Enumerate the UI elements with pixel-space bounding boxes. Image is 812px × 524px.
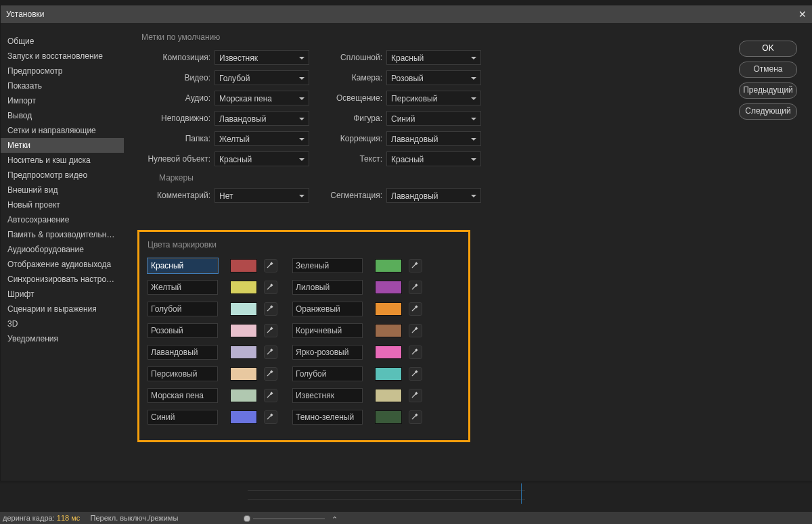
color-name-input[interactable]: Синий — [148, 410, 218, 425]
eyedropper-icon[interactable] — [264, 259, 277, 272]
eyedropper-icon[interactable] — [264, 346, 277, 359]
sidebar-item[interactable]: Память & производительность — [1, 227, 124, 242]
sidebar-item[interactable]: Сценарии и выражения — [1, 302, 124, 316]
prev-button[interactable]: Предыдущий — [739, 82, 797, 99]
eyedropper-icon[interactable] — [409, 346, 422, 359]
sidebar-item[interactable]: Запуск и восстановление — [1, 49, 124, 64]
sidebar-item[interactable]: Метки — [1, 138, 124, 153]
color-swatch[interactable] — [230, 259, 257, 272]
color-name-input[interactable]: Темно-зеленый — [292, 410, 363, 425]
eyedropper-icon[interactable] — [264, 389, 277, 402]
sidebar-item[interactable]: 3D — [1, 316, 124, 331]
eyedropper-icon[interactable] — [409, 302, 422, 316]
color-swatch[interactable] — [375, 259, 402, 272]
color-name-input[interactable]: Персиковый — [148, 366, 218, 381]
sidebar-item[interactable]: Импорт — [1, 93, 124, 108]
color-dropdown[interactable]: Персиковый — [386, 91, 481, 105]
toggle-switches-label[interactable]: Перекл. выключ./режимы — [91, 514, 179, 522]
color-swatch[interactable] — [230, 324, 257, 337]
color-name-input[interactable]: Морская пена — [148, 388, 218, 403]
color-dropdown[interactable]: Известняк — [215, 50, 309, 65]
close-icon[interactable]: ✕ — [798, 5, 807, 23]
eyedropper-icon[interactable] — [264, 410, 277, 424]
sidebar-item[interactable]: Автосохранение — [1, 212, 124, 227]
sidebar-item[interactable]: Отображение аудиовыхода — [1, 257, 124, 272]
color-swatch[interactable] — [230, 389, 257, 402]
timeline-strip[interactable] — [248, 490, 525, 500]
sidebar-item[interactable]: Сетки и направляющие — [1, 123, 124, 138]
color-name-input[interactable]: Известняк — [292, 388, 363, 403]
eyedropper-icon[interactable] — [264, 302, 277, 316]
color-dropdown[interactable]: Лавандовый — [215, 111, 309, 126]
color-dropdown[interactable]: Красный — [215, 151, 309, 166]
eyedropper-icon[interactable] — [409, 410, 422, 424]
chevron-icon[interactable]: ⌃ — [332, 513, 338, 524]
color-dropdown[interactable]: Лавандовый — [386, 131, 481, 146]
cancel-button[interactable]: Отмена — [739, 62, 797, 78]
color-name-input[interactable]: Лавандовый — [148, 345, 218, 360]
color-swatch[interactable] — [375, 367, 402, 381]
sidebar-item[interactable]: Вывод — [1, 108, 124, 123]
color-swatch[interactable] — [375, 410, 402, 424]
color-swatch[interactable] — [230, 346, 257, 359]
eyedropper-icon[interactable] — [264, 367, 277, 381]
sidebar-item[interactable]: Новый проект — [1, 197, 124, 212]
color-name-input[interactable]: Оранжевый — [292, 302, 363, 316]
zoom-slider[interactable] — [244, 515, 325, 522]
color-swatch[interactable] — [230, 367, 257, 381]
color-dropdown[interactable]: Голубой — [215, 70, 309, 85]
color-dropdown[interactable]: Синий — [386, 111, 481, 126]
color-name-input[interactable]: Красный — [148, 258, 218, 273]
color-swatch[interactable] — [230, 281, 257, 294]
sidebar-item[interactable]: Предпросмотр видео — [1, 168, 124, 183]
eyedropper-icon[interactable] — [409, 389, 422, 402]
sidebar-item[interactable]: Носитель и кэш диска — [1, 153, 124, 168]
field-label: Нулевой объект: — [141, 154, 215, 164]
color-dropdown[interactable]: Морская пена — [215, 91, 309, 105]
color-swatch[interactable] — [375, 389, 402, 402]
sidebar-item[interactable]: Показать — [1, 78, 124, 93]
color-swatch[interactable] — [375, 324, 402, 337]
field-label: Коррекция: — [327, 134, 386, 143]
color-dropdown[interactable]: Красный — [386, 50, 481, 65]
segmentation-dropdown[interactable]: Лавандовый — [386, 188, 481, 203]
color-name-input[interactable]: Розовый — [148, 323, 218, 338]
color-swatch[interactable] — [375, 302, 402, 316]
color-dropdown[interactable]: Желтый — [215, 131, 309, 146]
eyedropper-icon[interactable] — [264, 324, 277, 337]
sidebar: ОбщиеЗапуск и восстановлениеПредпросмотр… — [1, 23, 124, 481]
ok-button[interactable]: OK — [739, 41, 797, 57]
eyedropper-icon[interactable] — [264, 281, 277, 294]
color-name-input[interactable]: Зеленый — [292, 258, 363, 273]
eyedropper-icon[interactable] — [409, 367, 422, 381]
color-name-input[interactable]: Коричневый — [292, 323, 363, 338]
eyedropper-icon[interactable] — [409, 281, 422, 294]
color-name-input[interactable]: Голубой — [148, 302, 218, 316]
color-swatch[interactable] — [230, 302, 257, 316]
comment-dropdown[interactable]: Нет — [215, 188, 309, 203]
sidebar-item[interactable]: Общие — [1, 34, 124, 49]
eyedropper-icon[interactable] — [409, 259, 422, 272]
color-swatch[interactable] — [375, 281, 402, 294]
color-name-input[interactable]: Лиловый — [292, 280, 363, 295]
color-swatch[interactable] — [375, 346, 402, 359]
color-swatch[interactable] — [230, 410, 257, 424]
color-dropdown[interactable]: Розовый — [386, 70, 481, 85]
color-name-input[interactable]: Ярко-розовый — [292, 345, 363, 360]
color-name-input[interactable]: Желтый — [148, 280, 218, 295]
color-dropdown[interactable]: Красный — [386, 151, 481, 166]
eyedropper-icon[interactable] — [409, 324, 422, 337]
color-name-input[interactable]: Голубой — [292, 366, 363, 381]
timeline-area: деринга кадра: 118 мс Перекл. выключ./ре… — [0, 483, 812, 524]
playhead[interactable] — [521, 483, 522, 504]
sidebar-item[interactable]: Внешний вид — [1, 183, 124, 197]
sidebar-item[interactable]: Уведомления — [1, 331, 124, 346]
sidebar-item[interactable]: Предпросмотр — [1, 64, 124, 78]
field-label: Видео: — [141, 73, 215, 82]
field-label: Сплошной: — [327, 53, 386, 62]
next-button[interactable]: Следующий — [739, 103, 797, 120]
sidebar-item[interactable]: Аудиооборудование — [1, 242, 124, 257]
status-bar: деринга кадра: 118 мс Перекл. выключ./ре… — [0, 512, 812, 524]
sidebar-item[interactable]: Синхронизировать настройки — [1, 272, 124, 287]
sidebar-item[interactable]: Шрифт — [1, 287, 124, 302]
